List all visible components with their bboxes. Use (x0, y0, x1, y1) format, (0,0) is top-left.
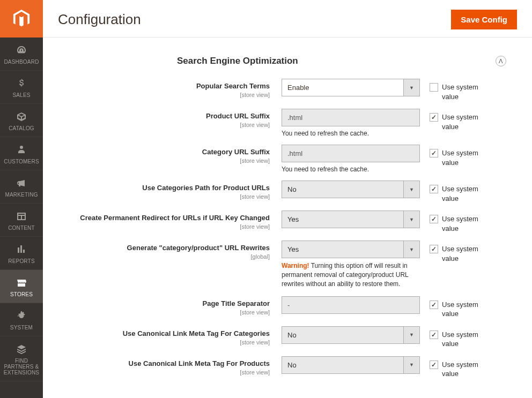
use-system-checkbox[interactable] (430, 331, 438, 339)
use-system-label: Use system value (442, 82, 484, 101)
use-system-checkbox[interactable] (430, 361, 438, 369)
use-system-label: Use system value (442, 360, 484, 379)
sidebar-item-sales[interactable]: SALES (0, 71, 43, 104)
use-system-label: Use system value (442, 300, 484, 319)
field-row-page-title-separator: Page Title Separator [store view] Use sy… (43, 292, 517, 322)
field-scope: [store view] (43, 339, 270, 346)
field-note: You need to refresh the cache. (282, 130, 420, 137)
field-row-use-categories-path: Use Categories Path for Product URLs [st… (43, 177, 517, 207)
field-label: Use Canonical Link Meta Tag For Products (43, 359, 270, 369)
chevron-down-icon: ▼ (403, 79, 419, 96)
field-scope: [store view] (43, 122, 270, 128)
field-row-product-url-suffix: Product URL Suffix [store view] You need… (43, 105, 517, 141)
sales-icon (15, 77, 28, 90)
customers-icon (15, 144, 28, 156)
field-warning: Warning! Turning this option off will re… (282, 261, 420, 288)
field-label: Category URL Suffix (43, 148, 270, 157)
content-icon (15, 210, 28, 223)
use-system-checkbox[interactable] (430, 185, 438, 193)
field-scope: [global] (43, 253, 270, 260)
use-system-label: Use system value (442, 112, 484, 131)
use-system-checkbox[interactable] (430, 301, 438, 309)
admin-sidebar: DASHBOARD SALES CATALOG CUSTOMERS MARKET… (0, 0, 43, 398)
page-header: Configuration Save Config (43, 0, 532, 37)
field-label: Generate "category/product" URL Rewrites (43, 244, 270, 253)
chevron-down-icon: ▼ (403, 357, 419, 373)
use-system-checkbox[interactable] (430, 245, 438, 253)
permanent-redirect-select[interactable]: Yes ▼ (282, 211, 420, 228)
field-label: Page Title Separator (43, 299, 270, 309)
field-label: Product URL Suffix (43, 112, 270, 121)
field-note: You need to refresh the cache. (282, 166, 420, 173)
sidebar-item-marketing[interactable]: MARKETING (0, 170, 43, 204)
use-system-label: Use system value (442, 244, 484, 263)
sidebar-item-stores[interactable]: STORES (0, 270, 43, 303)
chevron-down-icon: ▼ (403, 241, 419, 258)
sidebar-item-reports[interactable]: REPORTS (0, 237, 43, 270)
chevron-down-icon: ▼ (403, 211, 419, 228)
section-header-seo[interactable]: Search Engine Optimization ᐱ (177, 50, 517, 75)
field-scope: [store view] (43, 92, 270, 98)
dashboard-icon (15, 44, 28, 57)
use-system-label: Use system value (442, 184, 484, 203)
collapse-icon[interactable]: ᐱ (496, 56, 506, 66)
generate-rewrites-select[interactable]: Yes ▼ (282, 241, 420, 258)
field-label: Popular Search Terms (43, 82, 270, 91)
sidebar-item-partners[interactable]: FIND PARTNERS & EXTENSIONS (0, 336, 43, 381)
partners-icon (15, 343, 28, 356)
stores-icon (15, 276, 28, 289)
system-icon (15, 310, 28, 322)
save-config-button[interactable]: Save Config (451, 10, 517, 29)
canonical-categories-select[interactable]: No ▼ (282, 326, 420, 344)
sidebar-item-system[interactable]: SYSTEM (0, 303, 43, 336)
sidebar-item-dashboard[interactable]: DASHBOARD (0, 37, 43, 71)
field-scope: [store view] (43, 157, 270, 164)
field-row-popular-search-terms: Popular Search Terms [store view] Enable… (43, 75, 517, 105)
section-title: Search Engine Optimization (177, 56, 298, 66)
sidebar-item-customers[interactable]: CUSTOMERS (0, 137, 43, 170)
field-label: Use Canonical Link Meta Tag For Categori… (43, 329, 270, 339)
field-row-permanent-redirect: Create Permanent Redirect for URLs if UR… (43, 207, 517, 237)
marketing-icon (15, 177, 28, 190)
field-scope: [store view] (43, 369, 270, 376)
product-url-suffix-input[interactable] (282, 109, 420, 126)
category-url-suffix-input[interactable] (282, 145, 420, 162)
chevron-down-icon: ▼ (403, 181, 419, 198)
popular-search-terms-select[interactable]: Enable ▼ (282, 79, 420, 96)
field-row-canonical-products: Use Canonical Link Meta Tag For Products… (43, 352, 517, 382)
use-categories-path-select[interactable]: No ▼ (282, 181, 420, 198)
field-row-canonical-categories: Use Canonical Link Meta Tag For Categori… (43, 322, 517, 352)
use-system-checkbox[interactable] (430, 113, 438, 122)
field-scope: [store view] (43, 193, 270, 200)
field-label: Create Permanent Redirect for URLs if UR… (43, 214, 270, 223)
field-row-category-url-suffix: Category URL Suffix [store view] You nee… (43, 141, 517, 177)
field-row-generate-rewrites: Generate "category/product" URL Rewrites… (43, 237, 517, 292)
field-scope: [store view] (43, 309, 270, 316)
canonical-products-select[interactable]: No ▼ (282, 356, 420, 374)
use-system-label: Use system value (442, 330, 484, 349)
sidebar-item-content[interactable]: CONTENT (0, 204, 43, 237)
page-title-separator-input[interactable] (282, 296, 420, 314)
use-system-checkbox[interactable] (430, 149, 438, 157)
page-title: Configuration (58, 11, 141, 28)
field-label: Use Categories Path for Product URLs (43, 184, 270, 193)
sidebar-item-catalog[interactable]: CATALOG (0, 104, 43, 137)
use-system-checkbox[interactable] (430, 83, 438, 92)
use-system-checkbox[interactable] (430, 215, 438, 223)
chevron-down-icon: ▼ (403, 327, 419, 343)
use-system-label: Use system value (442, 214, 484, 233)
reports-icon (15, 243, 28, 256)
magento-logo[interactable] (0, 0, 43, 37)
field-scope: [store view] (43, 223, 270, 230)
catalog-icon (15, 110, 28, 123)
use-system-label: Use system value (442, 148, 484, 167)
